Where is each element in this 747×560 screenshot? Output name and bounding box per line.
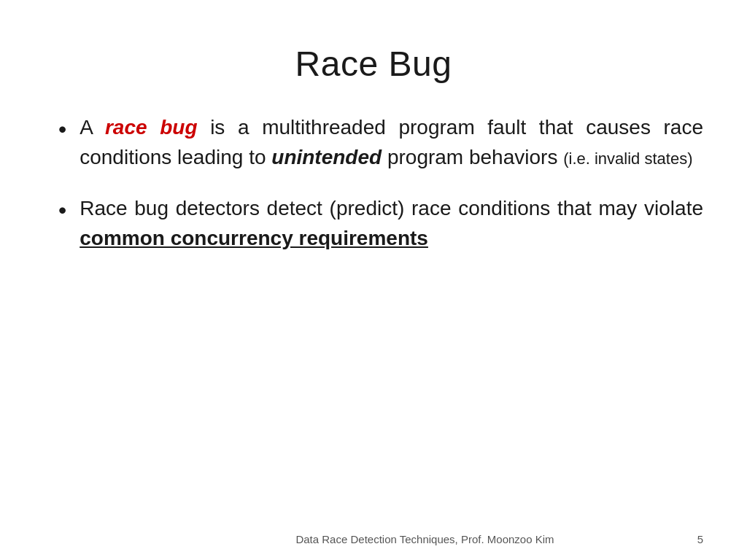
common-concurrency-highlight: common concurrency requirements: [80, 227, 428, 249]
bullet-item-2: • Race bug detectors detect (predict) ra…: [58, 194, 703, 253]
bullet-text-2: Race bug detectors detect (predict) race…: [80, 194, 703, 253]
footer-title: Data Race Detection Techniques, Prof. Mo…: [152, 533, 697, 545]
slide-content: • A race bug is a multithreaded program …: [44, 113, 703, 516]
bullet-text-1: A race bug is a multithreaded program fa…: [80, 113, 703, 172]
bullet-dot-1: •: [58, 114, 66, 145]
bullet-dot-2: •: [58, 195, 66, 226]
slide: Race Bug • A race bug is a multithreaded…: [0, 0, 747, 560]
slide-footer: Data Race Detection Techniques, Prof. Mo…: [0, 533, 747, 545]
footer-page: 5: [697, 533, 703, 545]
race-bug-highlight: race bug: [105, 116, 198, 139]
bullet-item-1: • A race bug is a multithreaded program …: [58, 113, 703, 172]
slide-title: Race Bug: [44, 44, 703, 84]
unintended-highlight: unintended: [271, 146, 382, 168]
ie-states: (i.e. invalid states): [563, 149, 692, 168]
